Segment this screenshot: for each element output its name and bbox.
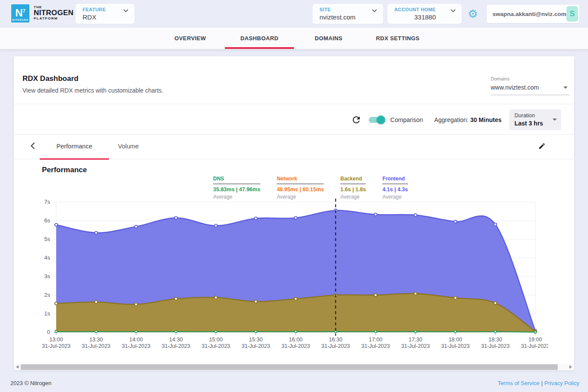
site-label: SITE: [320, 7, 377, 12]
page-subtitle: View detailed RDX metrics with customiza…: [22, 87, 163, 94]
legend-series-name: DNS: [213, 176, 260, 184]
legend-series-value: 4.1s | 4.3s: [382, 186, 408, 193]
legend-series-value: 1.6s | 1.8s: [340, 186, 366, 193]
aggregation-value: 30 Minutes: [470, 116, 502, 123]
svg-text:5s: 5s: [44, 236, 50, 242]
brand-wordmark: THE NITROGEN PLATFORM: [34, 5, 74, 20]
domains-value: www.nviztest.com: [491, 84, 569, 91]
domains-label: Domains: [491, 76, 569, 81]
chevron-down-icon: [372, 9, 377, 13]
chart-subtabs: PerformanceVolume: [40, 135, 148, 159]
account-home-label: ACCOUNT HOME: [394, 7, 456, 12]
svg-text:19:0031-Jul-2023: 19:0031-Jul-2023: [521, 337, 548, 348]
logo-square-caption: NITROGEN: [12, 19, 28, 21]
legend-series-name: Backend: [340, 176, 366, 184]
performance-chart[interactable]: 01s2s3s4s5s6s7s13:0031-Jul-202313:3031-J…: [38, 193, 548, 348]
toggle-knob: [377, 116, 385, 124]
footer-links: Terms of Service|Privacy Policy: [498, 380, 579, 386]
aggregation-label: Aggregation:: [434, 116, 468, 123]
domains-dropdown[interactable]: Domains www.nviztest.com: [491, 76, 569, 95]
nav-tab-dashboard[interactable]: DASHBOARD: [225, 28, 294, 49]
svg-text:16:3031-Jul-2023: 16:3031-Jul-2023: [321, 337, 350, 348]
chevron-down-icon: [123, 9, 128, 13]
account-home-dropdown[interactable]: ACCOUNT HOME 331880: [387, 4, 462, 24]
brand-line3: PLATFORM: [34, 16, 74, 20]
caret-down-icon: [553, 119, 557, 121]
legend-series-value: 48.95ms | 60.15ms: [277, 186, 324, 193]
comparison-toggle[interactable]: [369, 117, 384, 123]
chevron-down-icon: [451, 9, 456, 13]
user-menu[interactable]: swapna.akkanti@nviz.com S: [487, 5, 579, 23]
user-email: swapna.akkanti@nviz.com: [487, 11, 566, 17]
svg-text:14:3031-Jul-2023: 14:3031-Jul-2023: [162, 337, 190, 348]
scroll-right-arrow-icon[interactable]: [569, 365, 572, 369]
scrollbar-thumb[interactable]: [21, 364, 558, 370]
nitrogen-logo-icon[interactable]: N7 NITROGEN: [11, 4, 29, 22]
scroll-left-arrow-icon[interactable]: [16, 365, 19, 369]
svg-text:18:3031-Jul-2023: 18:3031-Jul-2023: [481, 337, 510, 348]
svg-text:6s: 6s: [44, 217, 50, 224]
duration-dropdown[interactable]: Duration Last 3 hrs: [509, 109, 561, 130]
caret-down-icon: [563, 87, 568, 89]
svg-text:16:0031-Jul-2023: 16:0031-Jul-2023: [281, 337, 310, 348]
legend-series-name: Frontend: [382, 176, 408, 184]
chevron-left-icon[interactable]: [30, 142, 35, 150]
svg-text:17:0031-Jul-2023: 17:0031-Jul-2023: [361, 337, 390, 348]
logo-letter: N: [15, 7, 22, 19]
page-title: RDX Dashboard: [22, 74, 78, 83]
svg-text:17:3031-Jul-2023: 17:3031-Jul-2023: [401, 337, 430, 348]
avatar: S: [566, 6, 578, 22]
privacy-policy-link[interactable]: Privacy Policy: [544, 380, 579, 386]
duration-label: Duration: [514, 112, 557, 119]
feature-label: FEATURE: [83, 7, 128, 12]
legend-series-name: Network: [277, 176, 324, 184]
dashboard-card: RDX Dashboard View detailed RDX metrics …: [14, 56, 574, 370]
gear-icon[interactable]: ⚙: [468, 7, 478, 20]
nav-tab-domains[interactable]: DOMAINS: [294, 28, 363, 49]
copyright-text: 2023 © Nitrogen: [10, 380, 51, 386]
svg-text:13:0031-Jul-2023: 13:0031-Jul-2023: [42, 337, 70, 348]
svg-text:14:0031-Jul-2023: 14:0031-Jul-2023: [122, 337, 150, 348]
legend-series-value: 35.83ms | 47.96ms: [213, 186, 260, 193]
nav-tab-rdx-settings[interactable]: RDX SETTINGS: [363, 28, 432, 49]
top-bar: N7 NITROGEN THE NITROGEN PLATFORM FEATUR…: [0, 0, 588, 28]
site-value: nviztest.com: [320, 13, 377, 21]
link-separator: |: [541, 380, 543, 386]
divider: [14, 104, 574, 104]
svg-text:1s: 1s: [44, 310, 50, 317]
duration-value: Last 3 hrs: [514, 120, 557, 127]
chart-heading: Performance: [42, 166, 87, 174]
terms-of-service-link[interactable]: Terms of Service: [498, 380, 540, 386]
aggregation-text: Aggregation: 30 Minutes: [434, 116, 502, 123]
svg-text:0: 0: [47, 329, 50, 335]
account-home-value: 331880: [394, 13, 456, 21]
chart-tabs-row: PerformanceVolume: [14, 135, 574, 159]
feature-value: RDX: [83, 13, 128, 21]
comparison-label: Comparison: [390, 116, 423, 123]
svg-text:18:0031-Jul-2023: 18:0031-Jul-2023: [441, 337, 470, 348]
svg-text:4s: 4s: [44, 254, 50, 261]
brand-line2: NITROGEN: [34, 9, 74, 16]
svg-text:7s: 7s: [44, 199, 50, 205]
main-nav: OVERVIEWDASHBOARDDOMAINSRDX SETTINGS: [0, 28, 588, 49]
subtab-volume[interactable]: Volume: [109, 135, 148, 159]
logo-superscript: 7: [23, 8, 26, 13]
site-dropdown[interactable]: SITE nviztest.com: [313, 4, 383, 24]
edit-pencil-icon[interactable]: [538, 142, 546, 150]
subtab-performance[interactable]: Performance: [40, 135, 109, 159]
footer: 2023 © Nitrogen Terms of Service|Privacy…: [0, 373, 588, 392]
svg-text:2s: 2s: [44, 292, 50, 298]
svg-text:15:0031-Jul-2023: 15:0031-Jul-2023: [201, 337, 230, 348]
chart-controls: Comparison Aggregation: 30 Minutes Durat…: [351, 109, 561, 131]
horizontal-scrollbar[interactable]: [14, 364, 574, 370]
nav-tab-overview[interactable]: OVERVIEW: [156, 28, 225, 49]
svg-text:15:3031-Jul-2023: 15:3031-Jul-2023: [242, 337, 270, 348]
svg-text:3s: 3s: [44, 273, 50, 280]
refresh-icon[interactable]: [351, 115, 361, 125]
feature-dropdown[interactable]: FEATURE RDX: [76, 4, 134, 24]
svg-text:13:3031-Jul-2023: 13:3031-Jul-2023: [82, 337, 110, 348]
